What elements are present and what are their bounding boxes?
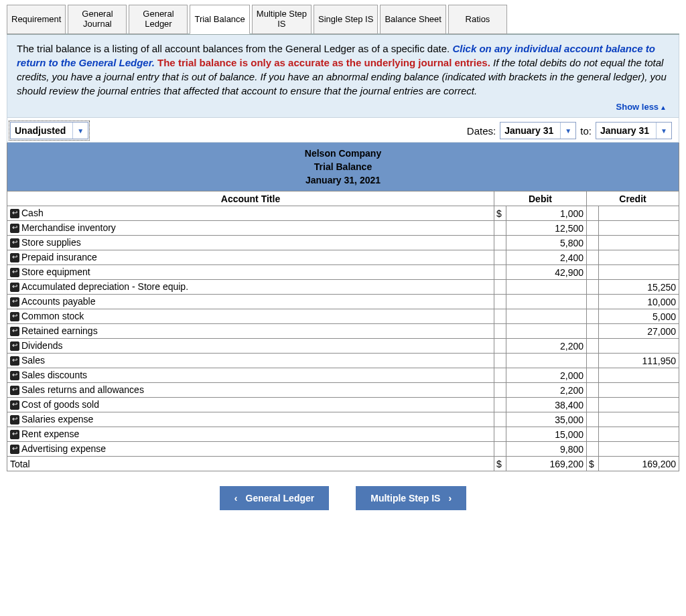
account-cell[interactable]: Prepaid insurance: [7, 250, 494, 265]
credit-amount[interactable]: 5,000: [599, 309, 679, 324]
account-cell[interactable]: Salaries expense: [7, 412, 494, 427]
account-cell[interactable]: Cost of goods sold: [7, 398, 494, 412]
account-title: Accounts payable: [21, 296, 96, 307]
tab-multiple-step-is[interactable]: Multiple StepIS: [252, 5, 312, 34]
tab-single-step-is[interactable]: Single Step IS: [314, 5, 378, 34]
debit-amount[interactable]: [506, 354, 587, 368]
tab-general-ledger[interactable]: GeneralLedger: [129, 5, 188, 34]
credit-amount[interactable]: [599, 236, 679, 250]
balance-type-dropdown[interactable]: Unadjusted ▼: [10, 122, 88, 139]
account-cell[interactable]: Store supplies: [7, 236, 494, 250]
debit-currency: $: [494, 457, 506, 471]
tab-general-journal[interactable]: GeneralJournal: [68, 5, 127, 34]
credit-amount[interactable]: [599, 206, 679, 221]
info-part1: The trial balance is a listing of all ac…: [17, 43, 452, 54]
account-title: Rent expense: [21, 429, 79, 439]
account-cell[interactable]: Common stock: [7, 309, 494, 324]
credit-currency: [587, 398, 599, 412]
tab-ratios[interactable]: Ratios: [448, 5, 507, 34]
debit-amount[interactable]: 2,000: [506, 368, 587, 383]
return-icon: [10, 356, 19, 366]
account-cell[interactable]: Retained earnings: [7, 324, 494, 339]
debit-amount[interactable]: [506, 309, 587, 324]
credit-amount[interactable]: [599, 339, 679, 354]
debit-currency: [494, 354, 506, 368]
table-row: Sales111,950: [7, 354, 679, 368]
credit-amount[interactable]: [599, 221, 679, 236]
tab-trial-balance[interactable]: Trial Balance: [190, 5, 249, 34]
account-cell[interactable]: Store equipment: [7, 265, 494, 280]
table-row: Sales returns and allowances2,200: [7, 383, 679, 398]
debit-currency: [494, 398, 506, 412]
account-cell[interactable]: Accumulated depreciation - Store equip.: [7, 280, 494, 295]
debit-amount[interactable]: 1,000: [506, 206, 587, 221]
account-cell[interactable]: Merchandise inventory: [7, 221, 494, 236]
return-icon: [10, 430, 19, 439]
credit-amount[interactable]: [599, 368, 679, 383]
account-cell[interactable]: Sales discounts: [7, 368, 494, 383]
debit-amount[interactable]: 5,800: [506, 236, 587, 250]
credit-amount[interactable]: [599, 398, 679, 412]
credit-currency: [587, 250, 599, 265]
credit-amount[interactable]: 111,950: [599, 354, 679, 368]
debit-amount[interactable]: [506, 280, 587, 295]
tab-balance-sheet[interactable]: Balance Sheet: [380, 5, 446, 34]
account-cell[interactable]: Sales returns and allowances: [7, 383, 494, 398]
debit-amount[interactable]: [506, 324, 587, 339]
return-icon: [10, 400, 19, 410]
account-title: Cost of goods sold: [21, 399, 99, 410]
debit-amount[interactable]: 2,200: [506, 383, 587, 398]
credit-amount[interactable]: [599, 442, 679, 457]
credit-currency: [587, 280, 599, 295]
nav-buttons: ‹ General Ledger Multiple Step IS ›: [7, 471, 679, 517]
show-less-toggle[interactable]: Show less▲: [17, 98, 669, 113]
date-to-dropdown[interactable]: January 31 ▼: [596, 122, 672, 139]
debit-amount[interactable]: 2,400: [506, 250, 587, 265]
return-icon: [10, 341, 19, 351]
account-cell[interactable]: Cash: [7, 206, 494, 221]
debit-amount[interactable]: 12,500: [506, 221, 587, 236]
account-title: Sales discounts: [21, 370, 87, 380]
account-title: Prepaid insurance: [21, 252, 97, 262]
credit-amount[interactable]: [599, 265, 679, 280]
report-title: Trial Balance: [7, 160, 679, 173]
debit-amount[interactable]: 38,400: [506, 398, 587, 412]
credit-amount[interactable]: [599, 383, 679, 398]
prev-label: General Ledger: [246, 493, 315, 504]
debit-amount[interactable]: 9,800: [506, 442, 587, 457]
debit-amount[interactable]: 2,200: [506, 339, 587, 354]
account-cell[interactable]: Dividends: [7, 339, 494, 354]
debit-amount[interactable]: [506, 295, 587, 309]
credit-currency: [587, 427, 599, 442]
show-less-label: Show less: [616, 102, 659, 112]
account-cell[interactable]: Advertising expense: [7, 442, 494, 457]
debit-amount[interactable]: 35,000: [506, 412, 587, 427]
tab-requirement[interactable]: Requirement: [7, 5, 66, 34]
debit-currency: [494, 427, 506, 442]
balance-type-value: Unadjusted: [15, 125, 66, 136]
credit-amount[interactable]: [599, 250, 679, 265]
chevron-down-icon: ▼: [72, 123, 84, 139]
credit-amount[interactable]: 15,250: [599, 280, 679, 295]
credit-currency: [587, 412, 599, 427]
credit-amount[interactable]: 27,000: [599, 324, 679, 339]
debit-currency: [494, 265, 506, 280]
credit-currency: [587, 206, 599, 221]
table-row: Cost of goods sold38,400: [7, 398, 679, 412]
prev-button[interactable]: ‹ General Ledger: [220, 486, 329, 510]
account-cell[interactable]: Sales: [7, 354, 494, 368]
trial-balance-table: Account Title Debit Credit Cash$1,000Mer…: [7, 191, 679, 471]
return-icon: [10, 209, 19, 218]
return-icon: [10, 371, 19, 380]
account-cell[interactable]: Accounts payable: [7, 295, 494, 309]
debit-amount[interactable]: 15,000: [506, 427, 587, 442]
date-from-dropdown[interactable]: January 31 ▼: [500, 122, 576, 139]
credit-amount[interactable]: [599, 412, 679, 427]
credit-amount[interactable]: 10,000: [599, 295, 679, 309]
account-cell[interactable]: Rent expense: [7, 427, 494, 442]
next-button[interactable]: Multiple Step IS ›: [356, 486, 466, 510]
return-icon: [10, 253, 19, 262]
credit-amount[interactable]: [599, 427, 679, 442]
debit-amount[interactable]: 42,900: [506, 265, 587, 280]
return-icon: [10, 268, 19, 277]
